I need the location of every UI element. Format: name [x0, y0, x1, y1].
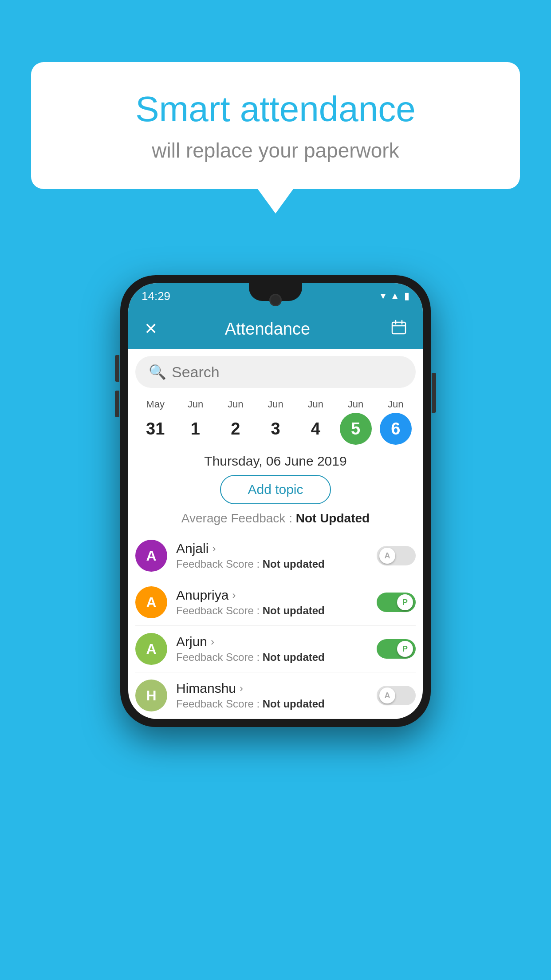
attendance-toggle[interactable]: P	[377, 639, 416, 659]
toggle-switch[interactable]: P	[377, 593, 416, 612]
cal-month-label: Jun	[308, 399, 323, 410]
average-feedback-label: Average Feedback :	[181, 511, 292, 525]
calendar-day[interactable]: May31	[138, 399, 173, 445]
feedback-score: Feedback Score : Not updated	[176, 698, 377, 710]
calendar-day[interactable]: Jun6	[378, 399, 413, 445]
student-name: Anupriya ›	[176, 588, 377, 603]
student-item[interactable]: HHimanshu ›Feedback Score : Not updatedA	[135, 672, 416, 719]
toggle-knob: P	[397, 641, 413, 657]
calendar-day[interactable]: Jun1	[177, 399, 213, 445]
student-list: AAnjali ›Feedback Score : Not updatedAAA…	[128, 533, 423, 719]
app-bar: ✕ Attendance	[128, 309, 423, 349]
volume-up-button	[115, 355, 119, 382]
cal-date-label: 1	[179, 413, 211, 445]
chevron-right-icon: ›	[212, 542, 216, 555]
feedback-score: Feedback Score : Not updated	[176, 651, 377, 664]
speech-bubble-container: Smart attendance will replace your paper…	[31, 62, 520, 213]
student-info: Anjali ›Feedback Score : Not updated	[176, 541, 377, 570]
cal-date-label: 31	[139, 413, 171, 445]
student-item[interactable]: AAnupriya ›Feedback Score : Not updatedP	[135, 579, 416, 626]
avatar: A	[135, 540, 167, 572]
chevron-right-icon: ›	[240, 682, 243, 695]
calendar-day[interactable]: Jun3	[258, 399, 293, 445]
power-button	[432, 373, 436, 413]
cal-date-label: 6	[380, 413, 412, 445]
cal-date-label: 2	[220, 413, 252, 445]
student-name: Anjali ›	[176, 541, 377, 556]
selected-date-label: Thursday, 06 June 2019	[128, 454, 423, 469]
avatar: H	[135, 680, 167, 711]
wifi-icon: ▾	[381, 290, 386, 302]
avatar: A	[135, 586, 167, 618]
cal-month-label: Jun	[268, 399, 283, 410]
calendar-day[interactable]: Jun4	[298, 399, 333, 445]
student-info: Arjun ›Feedback Score : Not updated	[176, 634, 377, 664]
phone-outer: 14:29 ▾ ▲ ▮ ✕ Attendance	[120, 275, 431, 727]
student-item[interactable]: AAnjali ›Feedback Score : Not updatedA	[135, 533, 416, 579]
cal-date-label: 3	[260, 413, 291, 445]
speech-bubble: Smart attendance will replace your paper…	[31, 62, 520, 189]
toggle-knob: P	[397, 594, 413, 610]
attendance-toggle[interactable]: A	[377, 686, 416, 705]
search-container[interactable]: 🔍	[135, 356, 416, 388]
attendance-toggle[interactable]: A	[377, 546, 416, 565]
speech-bubble-subtitle: will replace your paperwork	[67, 138, 484, 162]
toggle-knob: A	[379, 688, 395, 703]
battery-icon: ▮	[404, 290, 409, 302]
status-icons: ▾ ▲ ▮	[381, 290, 409, 302]
average-feedback-value: Not Updated	[296, 511, 370, 525]
cal-month-label: May	[146, 399, 165, 410]
student-info: Himanshu ›Feedback Score : Not updated	[176, 681, 377, 710]
speech-bubble-title: Smart attendance	[67, 89, 484, 130]
add-topic-button[interactable]: Add topic	[220, 475, 331, 504]
cal-month-label: Jun	[348, 399, 363, 410]
chevron-right-icon: ›	[211, 636, 214, 648]
search-input[interactable]	[172, 364, 402, 381]
cal-month-label: Jun	[228, 399, 243, 410]
avatar: A	[135, 633, 167, 665]
signal-icon: ▲	[390, 290, 400, 302]
feedback-score: Feedback Score : Not updated	[176, 605, 377, 617]
search-icon: 🔍	[149, 364, 166, 380]
svg-rect-0	[392, 322, 405, 334]
phone-screen: 14:29 ▾ ▲ ▮ ✕ Attendance	[128, 283, 423, 719]
cal-month-label: Jun	[188, 399, 203, 410]
calendar-icon-button[interactable]	[387, 316, 410, 343]
calendar-day[interactable]: Jun5	[338, 399, 374, 445]
volume-down-button	[115, 391, 119, 417]
toggle-switch[interactable]: P	[377, 639, 416, 659]
phone-notch	[249, 283, 302, 301]
attendance-toggle[interactable]: P	[377, 593, 416, 612]
cal-month-label: Jun	[388, 399, 403, 410]
front-camera	[269, 294, 282, 306]
calendar-week-row: May31Jun1Jun2Jun3Jun4Jun5Jun6	[128, 395, 423, 445]
cal-date-label: 5	[340, 413, 372, 445]
phone-container: 14:29 ▾ ▲ ▮ ✕ Attendance	[120, 275, 431, 727]
student-name: Himanshu ›	[176, 681, 377, 696]
toggle-switch[interactable]: A	[377, 546, 416, 565]
student-name: Arjun ›	[176, 634, 377, 649]
speech-bubble-arrow	[258, 189, 293, 213]
feedback-score: Feedback Score : Not updated	[176, 558, 377, 570]
average-feedback: Average Feedback : Not Updated	[128, 511, 423, 526]
calendar-day[interactable]: Jun2	[218, 399, 253, 445]
app-bar-title: Attendance	[148, 320, 387, 339]
toggle-knob: A	[379, 548, 395, 564]
chevron-right-icon: ›	[232, 589, 236, 601]
student-info: Anupriya ›Feedback Score : Not updated	[176, 588, 377, 617]
cal-date-label: 4	[299, 413, 331, 445]
student-item[interactable]: AArjun ›Feedback Score : Not updatedP	[135, 626, 416, 672]
toggle-switch[interactable]: A	[377, 686, 416, 705]
status-time: 14:29	[142, 289, 170, 303]
